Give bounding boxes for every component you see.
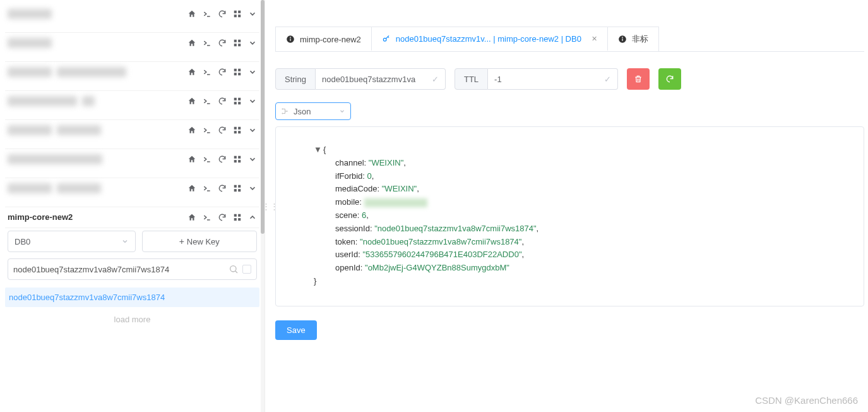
connection-row[interactable] (0, 33, 265, 62)
svg-rect-12 (234, 98, 237, 100)
format-selector[interactable]: Json (275, 102, 351, 120)
tab-connection[interactable]: mimp-core-new2 (275, 27, 372, 51)
refresh-icon[interactable] (218, 155, 227, 164)
terminal-icon[interactable] (203, 126, 211, 135)
home-icon[interactable] (187, 97, 196, 106)
chevron-down-icon[interactable] (248, 126, 257, 135)
load-more-button[interactable]: load more (8, 307, 257, 332)
svg-rect-27 (238, 189, 241, 191)
key-icon (382, 34, 391, 43)
type-label: String (275, 68, 316, 90)
refresh-icon[interactable] (218, 184, 227, 193)
redacted-value (364, 198, 427, 207)
svg-rect-22 (234, 160, 237, 162)
reload-button[interactable] (658, 68, 681, 90)
splitter[interactable]: ⋮⋮ (265, 0, 275, 412)
terminal-icon[interactable] (203, 39, 211, 47)
svg-rect-31 (238, 218, 241, 221)
home-icon[interactable] (187, 155, 196, 164)
svg-rect-28 (234, 214, 237, 216)
refresh-icon[interactable] (218, 97, 227, 106)
svg-rect-19 (238, 131, 241, 133)
chevron-down-icon[interactable] (248, 39, 257, 47)
connection-row-active[interactable]: mimp-core-new2 (0, 207, 265, 228)
key-name-input[interactable] (322, 75, 428, 84)
home-icon[interactable] (187, 39, 196, 47)
chevron-down-icon[interactable] (248, 97, 257, 106)
ttl-label: TTL (455, 68, 488, 90)
key-item[interactable]: node01bueq7stazzmv1va8w7cmii7ws1874 (5, 288, 259, 307)
connection-row[interactable] (0, 120, 265, 149)
terminal-icon[interactable] (203, 155, 211, 164)
svg-rect-9 (238, 69, 241, 71)
svg-rect-3 (238, 15, 241, 17)
svg-rect-25 (238, 185, 241, 188)
db-selector[interactable]: DB0 (8, 231, 136, 252)
tab-key[interactable]: node01bueq7stazzmv1v... | mimp-core-new2… (371, 27, 608, 51)
grid-icon[interactable] (233, 9, 242, 18)
tree-icon (281, 107, 288, 115)
connection-row[interactable] (0, 62, 265, 91)
home-icon[interactable] (187, 213, 196, 222)
terminal-icon[interactable] (203, 184, 211, 193)
home-icon[interactable] (187, 68, 196, 76)
trash-icon (634, 75, 643, 83)
value-editor[interactable]: ▼{ channel: "WEIXIN", ifForbid: 0, media… (275, 126, 864, 306)
home-icon[interactable] (187, 184, 196, 193)
tab-label: node01bueq7stazzmv1v... | mimp-core-new2… (396, 34, 581, 44)
key-search-input[interactable] (13, 265, 225, 274)
svg-point-32 (230, 266, 236, 272)
grid-icon[interactable] (233, 68, 242, 76)
svg-point-36 (383, 38, 386, 41)
scrollbar-thumb[interactable] (261, 0, 265, 234)
chevron-down-icon[interactable] (248, 155, 257, 164)
svg-rect-0 (234, 11, 237, 13)
home-icon[interactable] (187, 126, 196, 135)
svg-rect-24 (234, 185, 237, 188)
delete-button[interactable] (627, 68, 650, 90)
chevron-down-icon[interactable] (248, 68, 257, 76)
terminal-icon[interactable] (203, 213, 211, 222)
close-icon[interactable]: ✕ (592, 35, 597, 43)
chevron-down-icon[interactable] (248, 9, 257, 18)
key-name-field[interactable]: ✓ (316, 68, 446, 90)
new-key-button[interactable]: + New Key (142, 231, 258, 252)
save-button[interactable]: Save (275, 320, 317, 340)
chevron-up-icon[interactable] (248, 213, 257, 222)
svg-rect-20 (234, 156, 237, 159)
refresh-icon[interactable] (218, 9, 227, 18)
svg-rect-38 (622, 39, 622, 41)
home-icon[interactable] (187, 9, 196, 18)
chevron-down-icon[interactable] (248, 184, 257, 193)
terminal-icon[interactable] (203, 97, 211, 106)
refresh-icon[interactable] (218, 213, 227, 222)
exact-match-checkbox[interactable] (242, 265, 251, 274)
terminal-icon[interactable] (203, 9, 211, 18)
grid-icon[interactable] (233, 213, 242, 222)
key-search (8, 258, 257, 280)
tab-other[interactable]: 非标 (607, 27, 659, 51)
connection-row[interactable] (0, 149, 265, 178)
svg-rect-2 (234, 15, 237, 17)
ttl-field[interactable]: ✓ (488, 68, 618, 90)
svg-point-42 (287, 111, 288, 112)
connection-row[interactable] (0, 178, 265, 207)
terminal-icon[interactable] (203, 68, 211, 76)
scrollbar-track[interactable] (261, 0, 265, 412)
new-key-label: New Key (187, 237, 220, 246)
refresh-icon[interactable] (218, 39, 227, 47)
format-label: Json (294, 107, 311, 116)
ttl-input[interactable] (494, 75, 600, 84)
refresh-icon[interactable] (218, 68, 227, 76)
chevron-down-icon (339, 107, 345, 116)
search-icon[interactable] (229, 264, 239, 274)
grid-icon[interactable] (233, 126, 242, 135)
grid-icon[interactable] (233, 184, 242, 193)
connection-row[interactable] (0, 91, 265, 120)
grid-icon[interactable] (233, 97, 242, 106)
svg-rect-30 (234, 218, 237, 221)
connection-row[interactable] (0, 4, 265, 33)
grid-icon[interactable] (233, 39, 242, 47)
grid-icon[interactable] (233, 155, 242, 164)
refresh-icon[interactable] (218, 126, 227, 135)
